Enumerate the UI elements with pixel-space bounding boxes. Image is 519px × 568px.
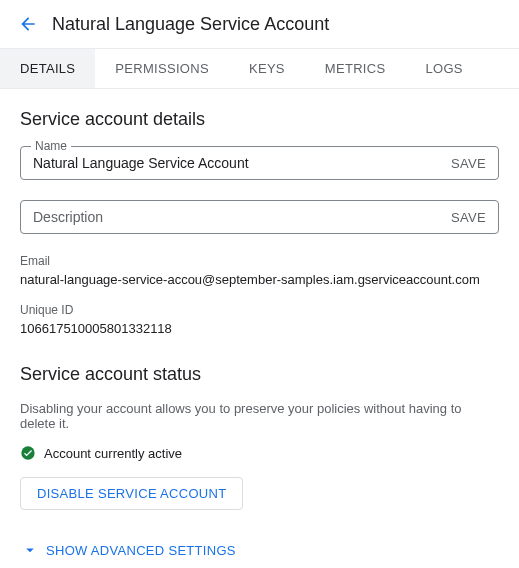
tab-metrics[interactable]: METRICS xyxy=(305,49,406,88)
name-field-group: Name SAVE xyxy=(20,146,499,180)
back-arrow-icon[interactable] xyxy=(16,12,40,36)
description-input[interactable] xyxy=(33,209,451,225)
uniqueid-value: 106617510005801332118 xyxy=(20,321,499,336)
tab-logs[interactable]: LOGS xyxy=(405,49,482,88)
chevron-down-icon xyxy=(20,540,40,560)
description-save-button[interactable]: SAVE xyxy=(451,210,486,225)
page-title: Natural Language Service Account xyxy=(52,14,329,35)
tab-permissions[interactable]: PERMISSIONS xyxy=(95,49,229,88)
status-section: Service account status Disabling your ac… xyxy=(20,364,499,510)
description-field-group: SAVE xyxy=(20,200,499,234)
status-description: Disabling your account allows you to pre… xyxy=(20,401,499,431)
email-value: natural-language-service-accou@september… xyxy=(20,272,499,287)
status-row: Account currently active xyxy=(20,445,499,461)
email-label: Email xyxy=(20,254,499,268)
name-label: Name xyxy=(31,139,71,153)
uniqueid-field: Unique ID 106617510005801332118 xyxy=(20,303,499,336)
show-advanced-settings[interactable]: SHOW ADVANCED SETTINGS xyxy=(20,540,499,560)
page-header: Natural Language Service Account xyxy=(0,0,519,49)
tab-keys[interactable]: KEYS xyxy=(229,49,305,88)
advanced-settings-label: SHOW ADVANCED SETTINGS xyxy=(46,543,236,558)
name-save-button[interactable]: SAVE xyxy=(451,156,486,171)
content-area: Service account details Name SAVE SAVE E… xyxy=(0,89,519,568)
status-active-text: Account currently active xyxy=(44,446,182,461)
disable-service-account-button[interactable]: DISABLE SERVICE ACCOUNT xyxy=(20,477,243,510)
check-circle-icon xyxy=(20,445,36,461)
status-section-title: Service account status xyxy=(20,364,499,385)
email-field: Email natural-language-service-accou@sep… xyxy=(20,254,499,287)
name-input[interactable] xyxy=(33,155,451,171)
details-section-title: Service account details xyxy=(20,109,499,130)
uniqueid-label: Unique ID xyxy=(20,303,499,317)
tab-details[interactable]: DETAILS xyxy=(0,49,95,88)
svg-point-0 xyxy=(21,446,34,459)
tab-bar: DETAILS PERMISSIONS KEYS METRICS LOGS xyxy=(0,49,519,89)
